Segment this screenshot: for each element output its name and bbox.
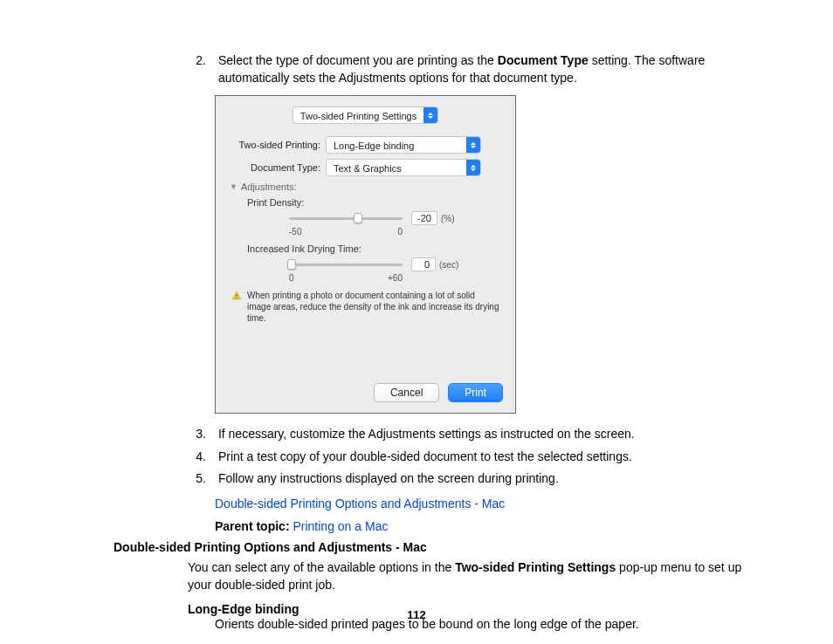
print-settings-dialog: Two-sided Printing Settings Two-sided Pr… — [215, 95, 516, 414]
adjustments-label: Adjustments: — [241, 182, 297, 192]
step-3-text: If necessary, customize the Adjustments … — [218, 426, 753, 443]
step-5: 5. Follow any instructions displayed on … — [185, 470, 754, 488]
step-2-bold: Document Type — [498, 53, 589, 67]
drying-time-value[interactable]: 0 — [411, 257, 436, 271]
warning-icon — [231, 291, 242, 301]
chevron-updown-icon — [466, 160, 480, 175]
pd-scale-min: -50 — [289, 227, 301, 236]
step-2-text-pre: Select the type of document you are prin… — [218, 53, 498, 67]
page-number: 112 — [0, 608, 833, 621]
two-sided-printing-label: Two-sided Printing: — [228, 140, 326, 150]
body-bold: Two-sided Printing Settings — [455, 560, 616, 574]
pd-scale-max: 0 — [397, 227, 403, 236]
print-button[interactable]: Print — [448, 383, 503, 402]
drying-time-unit: (sec) — [439, 260, 458, 270]
step-number: 2. — [185, 52, 206, 70]
adjustments-header[interactable]: ▼ Adjustments: — [230, 182, 503, 192]
drying-time-label: Increased Ink Drying Time: — [247, 243, 503, 254]
svg-rect-0 — [237, 294, 238, 297]
print-density-unit: (%) — [441, 214, 455, 223]
step-number: 4. — [185, 449, 206, 466]
warning-text: When printing a photo or document contai… — [247, 290, 499, 324]
step-number: 5. — [185, 470, 206, 488]
section-heading: Double-sided Printing Options and Adjust… — [114, 540, 754, 554]
step-3: 3. If necessary, customize the Adjustmen… — [185, 426, 754, 443]
step-4-text: Print a test copy of your double-sided d… — [218, 449, 753, 466]
chevron-updown-icon — [466, 137, 480, 153]
document-type-value: Text & Graphics — [327, 160, 466, 175]
print-density-label: Print Density: — [247, 197, 503, 208]
step-number: 3. — [185, 426, 206, 443]
body-pre: You can select any of the available opti… — [188, 560, 455, 574]
drying-time-slider[interactable] — [289, 258, 403, 271]
slider-thumb[interactable] — [287, 259, 296, 270]
step-5-text: Follow any instructions displayed on the… — [218, 470, 753, 488]
settings-menu-dropdown[interactable]: Two-sided Printing Settings — [293, 106, 438, 124]
document-type-label: Document Type: — [228, 162, 326, 173]
chevron-updown-icon — [423, 107, 437, 123]
print-density-value[interactable]: -20 — [411, 211, 437, 225]
step-4: 4. Print a test copy of your double-side… — [185, 449, 754, 466]
related-link[interactable]: Double-sided Printing Options and Adjust… — [215, 497, 505, 510]
two-sided-printing-value: Long-Edge binding — [327, 137, 466, 153]
section-body: You can select any of the available opti… — [188, 559, 754, 593]
two-sided-printing-dropdown[interactable]: Long-Edge binding — [326, 136, 481, 154]
parent-topic-label: Parent topic: — [215, 519, 293, 533]
print-density-slider[interactable] — [289, 212, 403, 224]
dry-scale-min: 0 — [289, 273, 294, 283]
document-type-dropdown[interactable]: Text & Graphics — [326, 159, 481, 176]
dry-scale-max: +60 — [388, 273, 403, 283]
svg-rect-1 — [237, 298, 238, 298]
parent-topic-link[interactable]: Printing on a Mac — [293, 519, 388, 533]
slider-thumb[interactable] — [354, 213, 362, 223]
settings-menu-value: Two-sided Printing Settings — [293, 107, 423, 123]
step-2: 2. Select the type of document you are p… — [185, 52, 754, 86]
disclosure-triangle-icon: ▼ — [230, 182, 238, 191]
cancel-button[interactable]: Cancel — [374, 383, 439, 402]
